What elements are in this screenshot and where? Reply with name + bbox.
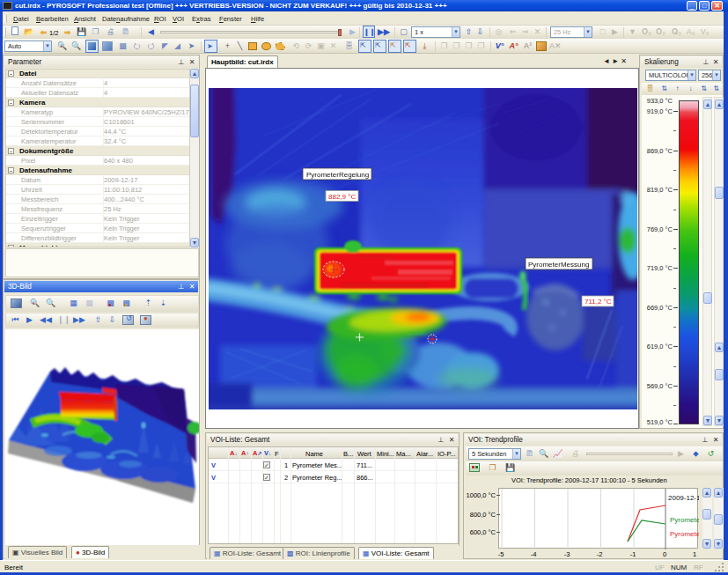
svg-text:711,2 °C: 711,2 °C [585, 298, 612, 306]
svg-text:PyrometerRegelung: PyrometerRegelung [306, 171, 369, 179]
svg-text:Pyrometer N: Pyrometer N [670, 516, 699, 524]
svg-text:Pyrometer F: Pyrometer F [670, 530, 699, 538]
svg-text:2009-12-17: 2009-12-17 [668, 494, 699, 502]
svg-text:882,9 °C: 882,9 °C [328, 193, 356, 201]
svg-text:PyrometerMessung: PyrometerMessung [528, 261, 589, 269]
